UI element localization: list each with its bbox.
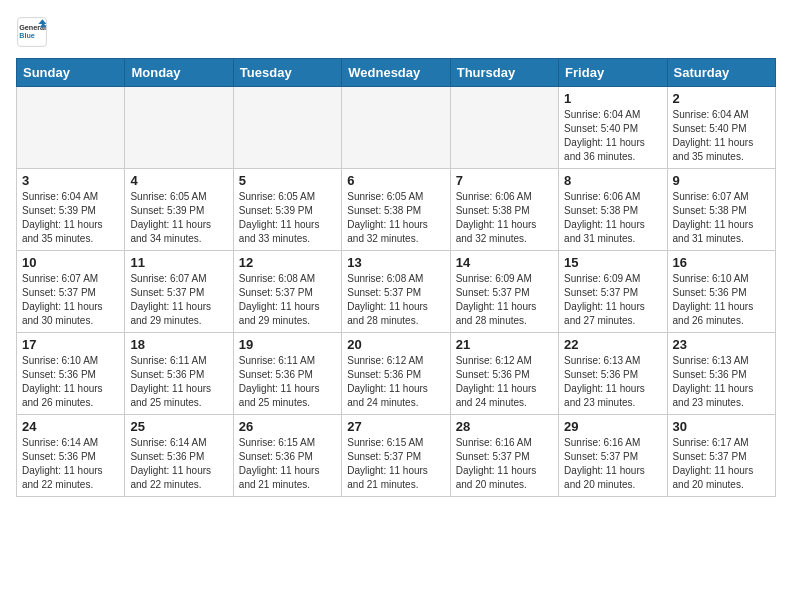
weekday-header-saturday: Saturday bbox=[667, 59, 775, 87]
calendar-cell: 7Sunrise: 6:06 AM Sunset: 5:38 PM Daylig… bbox=[450, 169, 558, 251]
day-number: 10 bbox=[22, 255, 119, 270]
day-number: 30 bbox=[673, 419, 770, 434]
calendar-cell: 6Sunrise: 6:05 AM Sunset: 5:38 PM Daylig… bbox=[342, 169, 450, 251]
calendar-cell bbox=[17, 87, 125, 169]
week-row-2: 3Sunrise: 6:04 AM Sunset: 5:39 PM Daylig… bbox=[17, 169, 776, 251]
day-info: Sunrise: 6:07 AM Sunset: 5:37 PM Dayligh… bbox=[22, 272, 119, 328]
day-number: 26 bbox=[239, 419, 336, 434]
calendar-cell: 16Sunrise: 6:10 AM Sunset: 5:36 PM Dayli… bbox=[667, 251, 775, 333]
calendar-cell: 12Sunrise: 6:08 AM Sunset: 5:37 PM Dayli… bbox=[233, 251, 341, 333]
calendar-cell: 1Sunrise: 6:04 AM Sunset: 5:40 PM Daylig… bbox=[559, 87, 667, 169]
calendar-cell: 8Sunrise: 6:06 AM Sunset: 5:38 PM Daylig… bbox=[559, 169, 667, 251]
calendar-cell: 22Sunrise: 6:13 AM Sunset: 5:36 PM Dayli… bbox=[559, 333, 667, 415]
calendar-cell bbox=[342, 87, 450, 169]
day-info: Sunrise: 6:07 AM Sunset: 5:38 PM Dayligh… bbox=[673, 190, 770, 246]
calendar-cell: 4Sunrise: 6:05 AM Sunset: 5:39 PM Daylig… bbox=[125, 169, 233, 251]
day-number: 28 bbox=[456, 419, 553, 434]
day-number: 15 bbox=[564, 255, 661, 270]
day-number: 21 bbox=[456, 337, 553, 352]
calendar-cell: 14Sunrise: 6:09 AM Sunset: 5:37 PM Dayli… bbox=[450, 251, 558, 333]
day-info: Sunrise: 6:16 AM Sunset: 5:37 PM Dayligh… bbox=[456, 436, 553, 492]
day-info: Sunrise: 6:08 AM Sunset: 5:37 PM Dayligh… bbox=[347, 272, 444, 328]
day-number: 3 bbox=[22, 173, 119, 188]
weekday-header-tuesday: Tuesday bbox=[233, 59, 341, 87]
week-row-5: 24Sunrise: 6:14 AM Sunset: 5:36 PM Dayli… bbox=[17, 415, 776, 497]
day-number: 4 bbox=[130, 173, 227, 188]
day-info: Sunrise: 6:17 AM Sunset: 5:37 PM Dayligh… bbox=[673, 436, 770, 492]
calendar-table: SundayMondayTuesdayWednesdayThursdayFrid… bbox=[16, 58, 776, 497]
day-number: 13 bbox=[347, 255, 444, 270]
calendar-cell: 23Sunrise: 6:13 AM Sunset: 5:36 PM Dayli… bbox=[667, 333, 775, 415]
calendar-cell bbox=[233, 87, 341, 169]
week-row-4: 17Sunrise: 6:10 AM Sunset: 5:36 PM Dayli… bbox=[17, 333, 776, 415]
calendar-cell: 19Sunrise: 6:11 AM Sunset: 5:36 PM Dayli… bbox=[233, 333, 341, 415]
calendar-cell bbox=[125, 87, 233, 169]
day-number: 22 bbox=[564, 337, 661, 352]
weekday-header-row: SundayMondayTuesdayWednesdayThursdayFrid… bbox=[17, 59, 776, 87]
day-info: Sunrise: 6:11 AM Sunset: 5:36 PM Dayligh… bbox=[239, 354, 336, 410]
calendar-cell: 11Sunrise: 6:07 AM Sunset: 5:37 PM Dayli… bbox=[125, 251, 233, 333]
day-number: 27 bbox=[347, 419, 444, 434]
calendar-cell: 5Sunrise: 6:05 AM Sunset: 5:39 PM Daylig… bbox=[233, 169, 341, 251]
day-info: Sunrise: 6:04 AM Sunset: 5:40 PM Dayligh… bbox=[673, 108, 770, 164]
calendar-cell: 24Sunrise: 6:14 AM Sunset: 5:36 PM Dayli… bbox=[17, 415, 125, 497]
day-number: 2 bbox=[673, 91, 770, 106]
calendar-cell: 20Sunrise: 6:12 AM Sunset: 5:36 PM Dayli… bbox=[342, 333, 450, 415]
calendar-cell bbox=[450, 87, 558, 169]
calendar-cell: 25Sunrise: 6:14 AM Sunset: 5:36 PM Dayli… bbox=[125, 415, 233, 497]
day-number: 20 bbox=[347, 337, 444, 352]
day-info: Sunrise: 6:08 AM Sunset: 5:37 PM Dayligh… bbox=[239, 272, 336, 328]
calendar-cell: 9Sunrise: 6:07 AM Sunset: 5:38 PM Daylig… bbox=[667, 169, 775, 251]
day-number: 12 bbox=[239, 255, 336, 270]
day-info: Sunrise: 6:15 AM Sunset: 5:37 PM Dayligh… bbox=[347, 436, 444, 492]
calendar-cell: 28Sunrise: 6:16 AM Sunset: 5:37 PM Dayli… bbox=[450, 415, 558, 497]
weekday-header-friday: Friday bbox=[559, 59, 667, 87]
calendar-cell: 10Sunrise: 6:07 AM Sunset: 5:37 PM Dayli… bbox=[17, 251, 125, 333]
day-number: 5 bbox=[239, 173, 336, 188]
day-number: 25 bbox=[130, 419, 227, 434]
day-info: Sunrise: 6:10 AM Sunset: 5:36 PM Dayligh… bbox=[22, 354, 119, 410]
weekday-header-sunday: Sunday bbox=[17, 59, 125, 87]
calendar-cell: 30Sunrise: 6:17 AM Sunset: 5:37 PM Dayli… bbox=[667, 415, 775, 497]
calendar-cell: 2Sunrise: 6:04 AM Sunset: 5:40 PM Daylig… bbox=[667, 87, 775, 169]
calendar-cell: 15Sunrise: 6:09 AM Sunset: 5:37 PM Dayli… bbox=[559, 251, 667, 333]
week-row-3: 10Sunrise: 6:07 AM Sunset: 5:37 PM Dayli… bbox=[17, 251, 776, 333]
day-number: 16 bbox=[673, 255, 770, 270]
day-number: 6 bbox=[347, 173, 444, 188]
weekday-header-monday: Monday bbox=[125, 59, 233, 87]
calendar-cell: 17Sunrise: 6:10 AM Sunset: 5:36 PM Dayli… bbox=[17, 333, 125, 415]
day-info: Sunrise: 6:16 AM Sunset: 5:37 PM Dayligh… bbox=[564, 436, 661, 492]
day-number: 14 bbox=[456, 255, 553, 270]
day-number: 17 bbox=[22, 337, 119, 352]
page-header: General Blue bbox=[16, 16, 776, 48]
weekday-header-wednesday: Wednesday bbox=[342, 59, 450, 87]
weekday-header-thursday: Thursday bbox=[450, 59, 558, 87]
day-number: 24 bbox=[22, 419, 119, 434]
day-number: 7 bbox=[456, 173, 553, 188]
day-number: 18 bbox=[130, 337, 227, 352]
calendar-cell: 21Sunrise: 6:12 AM Sunset: 5:36 PM Dayli… bbox=[450, 333, 558, 415]
day-number: 29 bbox=[564, 419, 661, 434]
day-number: 1 bbox=[564, 91, 661, 106]
svg-text:Blue: Blue bbox=[19, 31, 35, 40]
calendar-cell: 3Sunrise: 6:04 AM Sunset: 5:39 PM Daylig… bbox=[17, 169, 125, 251]
calendar-cell: 26Sunrise: 6:15 AM Sunset: 5:36 PM Dayli… bbox=[233, 415, 341, 497]
calendar-cell: 13Sunrise: 6:08 AM Sunset: 5:37 PM Dayli… bbox=[342, 251, 450, 333]
day-info: Sunrise: 6:11 AM Sunset: 5:36 PM Dayligh… bbox=[130, 354, 227, 410]
day-info: Sunrise: 6:09 AM Sunset: 5:37 PM Dayligh… bbox=[564, 272, 661, 328]
day-info: Sunrise: 6:04 AM Sunset: 5:39 PM Dayligh… bbox=[22, 190, 119, 246]
day-info: Sunrise: 6:05 AM Sunset: 5:38 PM Dayligh… bbox=[347, 190, 444, 246]
day-info: Sunrise: 6:10 AM Sunset: 5:36 PM Dayligh… bbox=[673, 272, 770, 328]
day-info: Sunrise: 6:12 AM Sunset: 5:36 PM Dayligh… bbox=[347, 354, 444, 410]
calendar-cell: 27Sunrise: 6:15 AM Sunset: 5:37 PM Dayli… bbox=[342, 415, 450, 497]
week-row-1: 1Sunrise: 6:04 AM Sunset: 5:40 PM Daylig… bbox=[17, 87, 776, 169]
day-info: Sunrise: 6:12 AM Sunset: 5:36 PM Dayligh… bbox=[456, 354, 553, 410]
day-info: Sunrise: 6:13 AM Sunset: 5:36 PM Dayligh… bbox=[673, 354, 770, 410]
day-info: Sunrise: 6:05 AM Sunset: 5:39 PM Dayligh… bbox=[239, 190, 336, 246]
day-number: 8 bbox=[564, 173, 661, 188]
day-info: Sunrise: 6:14 AM Sunset: 5:36 PM Dayligh… bbox=[130, 436, 227, 492]
logo: General Blue bbox=[16, 16, 48, 48]
day-info: Sunrise: 6:05 AM Sunset: 5:39 PM Dayligh… bbox=[130, 190, 227, 246]
day-number: 23 bbox=[673, 337, 770, 352]
day-info: Sunrise: 6:04 AM Sunset: 5:40 PM Dayligh… bbox=[564, 108, 661, 164]
